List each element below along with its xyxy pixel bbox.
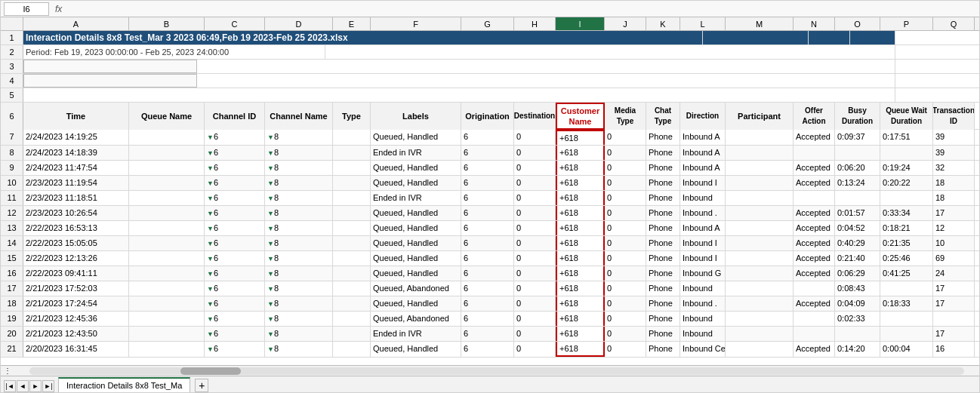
cell-busy[interactable]: 0:21:40 bbox=[835, 251, 880, 266]
cell-chanid[interactable]: ▼6 bbox=[205, 206, 265, 220]
cell-dest[interactable]: 0 bbox=[514, 206, 556, 220]
cell-customer[interactable]: +618 bbox=[556, 236, 605, 250]
h-scroll[interactable]: ⋮ bbox=[1, 365, 979, 376]
cell-txn[interactable]: 10 bbox=[933, 236, 975, 250]
col-header-F[interactable]: F bbox=[371, 17, 461, 30]
cell-labels[interactable]: Ended in IVR bbox=[371, 191, 461, 205]
cell-busy[interactable] bbox=[835, 146, 880, 160]
cell-orig[interactable]: 6 bbox=[461, 146, 514, 160]
cell-chanid[interactable]: ▼6 bbox=[205, 146, 265, 160]
cell-orig[interactable]: 6 bbox=[461, 236, 514, 250]
cell-orig[interactable]: 6 bbox=[461, 342, 514, 357]
cell-busy[interactable]: 0:09:37 bbox=[835, 130, 880, 145]
cell-channame[interactable]: ▼8 bbox=[265, 266, 333, 281]
cell-customer[interactable]: +618 bbox=[556, 312, 605, 326]
cell-direction[interactable]: Inbound bbox=[680, 281, 726, 296]
cell-type[interactable] bbox=[333, 130, 371, 145]
cell-media[interactable]: 0 bbox=[605, 221, 646, 235]
cell-chanid[interactable]: ▼6 bbox=[205, 161, 265, 175]
cell-chanid[interactable]: ▼6 bbox=[205, 251, 265, 266]
cell-orig[interactable]: 6 bbox=[461, 221, 514, 235]
tab-nav-first[interactable]: |◄ bbox=[4, 380, 16, 392]
cell-wait[interactable]: 0:21:35 bbox=[880, 236, 933, 250]
cell-customer[interactable]: +618 bbox=[556, 176, 605, 190]
cell-wait[interactable]: 0:17:51 bbox=[880, 130, 933, 145]
cell-type[interactable] bbox=[333, 312, 371, 326]
cell-chat[interactable]: Phone bbox=[646, 342, 680, 357]
title-cell[interactable]: Interaction Details 8x8 Test_Mar 3 2023 … bbox=[23, 31, 703, 45]
cell-labels[interactable]: Queued, Handled bbox=[371, 221, 461, 235]
cell-media[interactable]: 0 bbox=[605, 281, 646, 296]
cell-type[interactable] bbox=[333, 251, 371, 266]
cell-type[interactable] bbox=[333, 176, 371, 190]
cell-offer[interactable] bbox=[794, 281, 835, 296]
cell-participant[interactable] bbox=[726, 191, 794, 205]
col-header-A[interactable]: A bbox=[23, 17, 129, 30]
sheet-tab-active[interactable]: Interaction Details 8x8 Test_Ma bbox=[58, 377, 190, 392]
cell-media[interactable]: 0 bbox=[605, 130, 646, 145]
cell-time[interactable]: 2/22/2023 16:53:13 bbox=[23, 221, 129, 235]
cell-orig[interactable]: 6 bbox=[461, 130, 514, 145]
cell-direction[interactable]: Inbound I bbox=[680, 236, 726, 250]
cell-participant[interactable] bbox=[726, 281, 794, 296]
cell-time[interactable]: 2/20/2023 16:31:45 bbox=[23, 342, 129, 357]
cell-queue[interactable] bbox=[129, 312, 205, 326]
cell-direction[interactable]: Inbound Cecine Fewkes bbox=[680, 342, 726, 357]
cell-txn[interactable]: 17 bbox=[933, 281, 975, 296]
cell-direction[interactable]: Inbound bbox=[680, 191, 726, 205]
cell-participant[interactable] bbox=[726, 296, 794, 311]
cell-direction[interactable]: Inbound A bbox=[680, 146, 726, 160]
cell-txn[interactable]: 32 bbox=[933, 161, 975, 175]
cell-type[interactable] bbox=[333, 296, 371, 311]
cell-busy[interactable]: 0:13:24 bbox=[835, 176, 880, 190]
cell-queue[interactable] bbox=[129, 266, 205, 281]
cell-busy[interactable]: 0:08:43 bbox=[835, 281, 880, 296]
cell-direction[interactable]: Inbound I bbox=[680, 176, 726, 190]
cell-customer[interactable]: +618 bbox=[556, 327, 605, 341]
tab-nav-prev[interactable]: ◄ bbox=[17, 380, 29, 392]
cell-channame[interactable]: ▼8 bbox=[265, 191, 333, 205]
cell-media[interactable]: 0 bbox=[605, 236, 646, 250]
cell-labels[interactable]: Queued, Handled bbox=[371, 266, 461, 281]
cell-direction[interactable]: Inbound bbox=[680, 312, 726, 326]
cell-direction[interactable]: Inbound A bbox=[680, 161, 726, 175]
col-header-K[interactable]: K bbox=[646, 17, 680, 30]
cell-direction[interactable]: Inbound A bbox=[680, 221, 726, 235]
scroll-track[interactable] bbox=[29, 367, 964, 375]
cell-channame[interactable]: ▼8 bbox=[265, 236, 333, 250]
cell-labels[interactable]: Queued, Handled bbox=[371, 251, 461, 266]
cell-time[interactable]: 2/23/2023 11:18:51 bbox=[23, 191, 129, 205]
cell-channame[interactable]: ▼8 bbox=[265, 327, 333, 341]
cell-wait[interactable]: 0:18:33 bbox=[880, 296, 933, 311]
cell-time[interactable]: 2/21/2023 17:52:03 bbox=[23, 281, 129, 296]
cell-offer[interactable]: Accepted bbox=[794, 221, 835, 235]
cell-labels[interactable]: Ended in IVR bbox=[371, 327, 461, 341]
cell-chat[interactable]: Phone bbox=[646, 221, 680, 235]
cell-wait[interactable] bbox=[880, 312, 933, 326]
cell-participant[interactable] bbox=[726, 266, 794, 281]
cell-participant[interactable] bbox=[726, 251, 794, 266]
cell-customer[interactable]: +618 bbox=[556, 206, 605, 220]
scroll-thumb[interactable] bbox=[180, 367, 241, 375]
cell-chanid[interactable]: ▼6 bbox=[205, 296, 265, 311]
cell-channame[interactable]: ▼8 bbox=[265, 251, 333, 266]
cell-participant[interactable] bbox=[726, 161, 794, 175]
cell-channame[interactable]: ▼8 bbox=[265, 312, 333, 326]
cell-wait[interactable]: 0:41:25 bbox=[880, 266, 933, 281]
cell-busy[interactable]: 0:04:09 bbox=[835, 296, 880, 311]
cell-wait[interactable]: 0:19:24 bbox=[880, 161, 933, 175]
tab-nav-next[interactable]: ► bbox=[29, 380, 42, 392]
cell-queue[interactable] bbox=[129, 296, 205, 311]
cell-time[interactable]: 2/23/2023 10:26:54 bbox=[23, 206, 129, 220]
cell-labels[interactable]: Queued, Handled bbox=[371, 161, 461, 175]
cell-dest[interactable]: 0 bbox=[514, 161, 556, 175]
cell-direction[interactable]: Inbound G bbox=[680, 266, 726, 281]
cell-offer[interactable]: Accepted bbox=[794, 296, 835, 311]
cell-media[interactable]: 0 bbox=[605, 342, 646, 357]
cell-direction[interactable]: Inbound . bbox=[680, 296, 726, 311]
cell-dest[interactable]: 0 bbox=[514, 221, 556, 235]
cell-queue[interactable] bbox=[129, 221, 205, 235]
cell-offer[interactable]: Accepted bbox=[794, 176, 835, 190]
col-header-L[interactable]: L bbox=[680, 17, 726, 30]
cell-dest[interactable]: 0 bbox=[514, 130, 556, 145]
